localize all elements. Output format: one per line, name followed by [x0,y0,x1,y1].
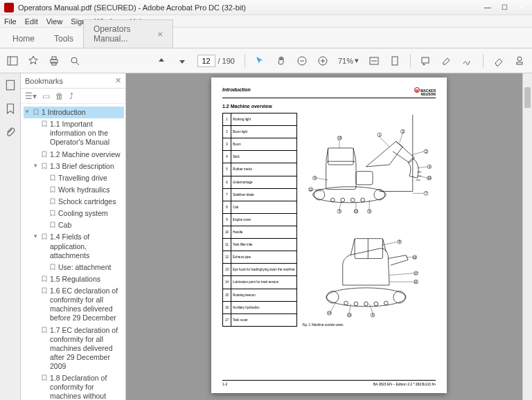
svg-line-56 [317,178,328,180]
figure-side-view: 15 1 3 2 4 10 7 9 12 5 13 [303,113,436,217]
bookmark-item[interactable]: 1.7 EC declaration of conformity for all… [24,325,124,373]
svg-point-69 [326,288,405,307]
svg-text:9: 9 [314,176,316,180]
bookmark-find-icon[interactable]: ⤴ [69,91,73,101]
search-icon[interactable] [69,55,80,66]
bookmark-item[interactable]: 1.6 EC declaration of conformity for all… [24,285,124,325]
svg-rect-15 [422,57,429,63]
brand-logo: WWACKERNEUSON [414,87,436,96]
close-button[interactable]: ✕ [514,3,528,12]
bookmark-new-icon[interactable]: ▭ [42,91,50,101]
svg-line-29 [353,148,356,161]
svg-text:6: 6 [372,313,374,317]
erase-icon[interactable] [493,55,504,66]
menu-view[interactable]: View [46,17,63,26]
thumbnails-icon[interactable] [4,79,17,91]
page-input[interactable] [197,55,215,67]
svg-text:1: 1 [378,134,380,137]
bookmarks-icon[interactable] [4,102,17,115]
side-rail [0,73,21,400]
menubar: File Edit View Sign Window Help [0,15,532,28]
hand-icon[interactable] [276,55,287,66]
minimize-button[interactable]: — [481,3,495,12]
select-arrow-icon[interactable] [255,55,266,66]
bookmark-item[interactable]: 1.5 Regulations [24,273,124,285]
svg-point-70 [326,291,338,303]
stamp-icon[interactable] [514,55,525,66]
document-canvas[interactable]: Introduction WWACKERNEUSON 1.2 Machine o… [126,73,532,400]
fit-width-icon[interactable] [369,55,380,66]
highlight-icon[interactable] [441,55,452,66]
svg-text:13: 13 [347,313,351,317]
svg-point-73 [354,302,358,306]
svg-point-71 [393,291,405,303]
attachments-icon[interactable] [4,126,17,138]
svg-line-89 [389,273,414,275]
svg-point-25 [360,198,364,202]
svg-rect-3 [52,57,56,60]
figure-caption: Fig. 1: Machine outside views [303,323,436,327]
svg-rect-0 [8,57,17,65]
bookmark-item[interactable]: Work hydraulics [24,184,124,196]
sign-icon[interactable] [462,55,473,66]
bookmarks-options-icon[interactable]: ☰▾ [25,91,37,101]
bookmark-item[interactable]: Cooling system [24,208,124,219]
zoom-out-icon[interactable] [296,55,308,66]
tab-bar: Home Tools Operators Manual... ✕ [0,28,532,48]
sidebar-toggle-icon[interactable] [7,55,18,66]
svg-line-98 [349,304,351,313]
maximize-button[interactable]: ☐ [497,3,511,12]
star-icon[interactable] [28,55,39,66]
svg-line-44 [412,152,423,155]
fit-page-icon[interactable] [389,55,400,66]
page-heading: 1.2 Machine overview [222,104,436,109]
bookmark-item[interactable]: Cab [24,219,124,231]
svg-point-21 [374,190,384,200]
print-icon[interactable] [48,55,60,66]
bookmark-item[interactable]: Travelling drive [24,172,124,184]
svg-text:14: 14 [327,311,331,315]
svg-point-22 [330,198,335,202]
page-up-icon[interactable] [156,55,167,66]
svg-line-78 [351,239,355,255]
tab-document[interactable]: Operators Manual... ✕ [83,19,173,48]
tab-close-icon[interactable]: ✕ [157,30,163,38]
bookmarks-close-icon[interactable]: ✕ [115,76,121,85]
tab-home[interactable]: Home [3,30,44,48]
page-down-icon[interactable] [177,55,188,66]
svg-line-38 [379,137,389,147]
page-total: / 190 [218,57,235,65]
bookmark-item[interactable]: Schock cartridges [24,196,124,208]
svg-line-101 [369,304,373,313]
svg-point-19 [312,187,386,203]
bookmark-delete-icon[interactable]: 🗑 [55,91,64,101]
bookmark-item[interactable]: ▾1 Introduction [24,107,124,118]
tab-tools[interactable]: Tools [44,30,83,48]
annotate-icon[interactable] [420,55,432,66]
menu-edit[interactable]: Edit [25,17,38,26]
svg-text:16: 16 [412,256,416,260]
menu-file[interactable]: File [4,17,17,26]
bookmark-item[interactable]: 1.8 Declaration of conformity for machin… [24,372,124,400]
bookmarks-tree[interactable]: ▾1 Introduction1.1 Important information… [21,104,125,400]
svg-line-28 [326,148,328,161]
svg-point-76 [384,301,388,305]
zoom-dropdown[interactable]: 71%▾ [338,56,359,65]
figure-rear-view: 8 16 17 11 14 13 6 [303,217,436,320]
bookmark-item[interactable]: 1.1 Important information on the Operato… [24,118,124,148]
svg-line-50 [419,176,427,178]
bookmark-item[interactable]: ▾1.4 Fields of application, attachments [24,231,124,261]
svg-line-41 [399,134,402,143]
bookmark-item[interactable]: 1.2 Machine overview [24,149,124,161]
svg-point-24 [351,198,355,202]
svg-point-72 [344,301,348,305]
zoom-in-icon[interactable] [317,55,328,66]
vertical-scrollbar[interactable] [522,73,532,400]
scrollbar-thumb[interactable] [524,87,531,108]
bookmark-item[interactable]: Use: attachment [24,262,124,273]
titlebar: Operators Manual.pdf (SECURED) - Adobe A… [0,0,532,15]
tab-document-label: Operators Manual... [94,24,153,44]
svg-text:10: 10 [427,176,431,180]
svg-text:3: 3 [402,130,404,134]
bookmark-item[interactable]: ▾1.3 Brief description [24,161,124,172]
